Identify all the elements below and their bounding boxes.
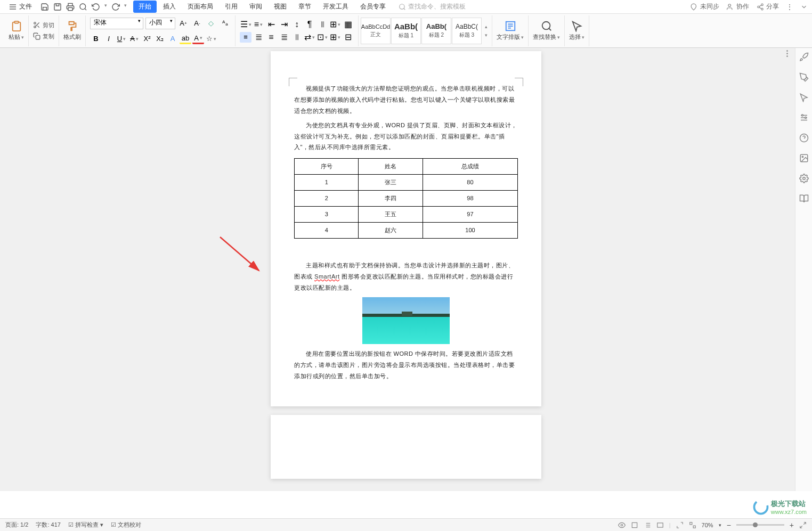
view-outline-icon[interactable] (644, 521, 651, 529)
fullscreen-icon[interactable] (799, 521, 807, 529)
indent-dec-button[interactable]: ⇤ (265, 19, 277, 30)
save-as-icon[interactable] (53, 3, 62, 11)
line-spacing-button[interactable]: ⫴ (316, 19, 328, 30)
section-button[interactable]: ⊟ (342, 32, 354, 43)
align-right-button[interactable]: ≡ (265, 32, 277, 43)
more-menu[interactable]: ⋮ (786, 3, 793, 11)
numbering-button[interactable]: ≡▾ (253, 19, 264, 30)
spellcheck-toggle[interactable]: ☑ 拼写检查 ▾ (68, 521, 103, 529)
style-normal[interactable]: AaBbCcDd正文 (361, 18, 391, 44)
tab-button[interactable]: ¶ (304, 19, 315, 30)
image-icon[interactable] (799, 153, 809, 163)
text-layout-button[interactable]: 文字排版▾ (497, 20, 524, 41)
bullets-button[interactable]: ☰▾ (240, 19, 251, 30)
style-scroll-up[interactable]: ▴ (485, 24, 488, 29)
share-button[interactable]: 分享 (757, 2, 779, 11)
page-1[interactable]: 视频提供了功能强大的方法帮助您证明您的观点。当您单击联机视频时，可以在想要添加的… (271, 51, 541, 406)
settings-icon[interactable] (799, 113, 809, 122)
fit-width-icon[interactable] (689, 521, 696, 529)
shading-button[interactable]: ☆▾ (205, 34, 217, 44)
text-effects-button[interactable]: A (167, 34, 178, 44)
copy-button[interactable]: 复制 (31, 32, 56, 41)
tab-review[interactable]: 审阅 (244, 1, 267, 13)
style-gallery[interactable]: AaBbCcDd正文 AaBb(标题 1 AaBb(标题 2 AaBbC(标题 … (361, 18, 490, 44)
view-print-icon[interactable] (631, 521, 638, 529)
distribute-button[interactable]: ⫴ (291, 32, 303, 43)
paragraph[interactable]: 视频提供了功能强大的方法帮助您证明您的观点。当您单击联机视频时，可以在想要添加的… (294, 83, 518, 117)
save-icon[interactable] (40, 3, 49, 11)
highlight-button[interactable]: ab (180, 34, 191, 44)
eye-icon[interactable] (618, 521, 626, 529)
table-btn[interactable]: ⊞▾ (329, 32, 341, 43)
collab-button[interactable]: 协作 (727, 2, 749, 11)
command-search[interactable]: 查找命令、搜索模板 (399, 2, 466, 11)
zoom-value[interactable]: 70% (702, 522, 713, 528)
cursor-icon[interactable] (799, 93, 809, 102)
page-2[interactable] (271, 415, 541, 479)
document-canvas[interactable]: 视频提供了功能强大的方法帮助您证明您的观点。当您单击联机视频时，可以在想要添加的… (0, 48, 812, 491)
proof-button[interactable]: ☑ 文档校对 (111, 521, 141, 529)
paragraph[interactable]: 为使您的文档具有专业外观，WORD 提供了页眉、页脚、封面和文本框设计，这些设计… (294, 120, 518, 153)
undo-icon[interactable] (92, 3, 100, 11)
font-name-select[interactable]: 宋体▾ (90, 18, 143, 29)
style-heading1[interactable]: AaBb(标题 1 (391, 18, 421, 44)
italic-button[interactable]: I (103, 34, 115, 44)
print-icon[interactable] (66, 3, 75, 11)
para-spacing-button[interactable]: ⊡▾ (316, 32, 328, 43)
cut-button[interactable]: 剪切 (31, 21, 56, 30)
redo-icon[interactable] (111, 3, 120, 11)
align-justify-button[interactable]: ≣ (278, 32, 290, 43)
grow-font-button[interactable]: A+ (177, 18, 189, 29)
fit-page-icon[interactable] (676, 521, 684, 529)
format-painter-button[interactable]: 格式刷 (63, 20, 81, 41)
tab-devtools[interactable]: 开发工具 (318, 1, 354, 13)
shading2-button[interactable]: ▦ (342, 19, 354, 30)
style-heading2[interactable]: AaBb(标题 2 (421, 18, 451, 44)
strikethrough-button[interactable]: A▾ (128, 34, 140, 44)
paragraph[interactable]: 主题和样式也有助于文档保持协调。当您单击设计并选择新的主题时，图片、图表或 Sm… (294, 260, 518, 293)
shrink-font-button[interactable]: A- (191, 18, 203, 29)
sync-status[interactable]: 未同步 (691, 2, 719, 11)
zoom-slider[interactable] (736, 524, 784, 526)
find-replace-button[interactable]: 查找替换▾ (533, 20, 560, 41)
collapse-ribbon-icon[interactable] (800, 3, 808, 11)
superscript-button[interactable]: X² (141, 34, 153, 44)
indent-inc-button[interactable]: ⇥ (278, 19, 290, 30)
zoom-out-button[interactable]: − (727, 521, 731, 529)
page-indicator[interactable]: 页面: 1/2 (5, 521, 28, 529)
tab-page-layout[interactable]: 页面布局 (182, 1, 218, 13)
book-icon[interactable] (799, 194, 809, 203)
select-button[interactable]: 选择▾ (569, 20, 584, 41)
gear-icon[interactable] (799, 174, 809, 183)
bold-button[interactable]: B (90, 34, 102, 44)
paste-button[interactable]: 粘贴▾ (9, 20, 24, 41)
tab-references[interactable]: 引用 (220, 1, 243, 13)
text-dir-button[interactable]: ⇄▾ (304, 32, 315, 43)
font-size-select[interactable]: 小四▾ (145, 18, 175, 29)
help-icon[interactable] (799, 133, 809, 143)
beach-image[interactable] (362, 297, 450, 344)
view-web-icon[interactable] (656, 521, 664, 529)
style-scroll-down[interactable]: ▾ (485, 32, 488, 38)
tab-view[interactable]: 视图 (269, 1, 292, 13)
paragraph[interactable]: 使用在需要位置出现的新按钮在 WORD 中保存时间。若要更改图片适应文档的方式，… (294, 348, 518, 382)
pen-icon[interactable] (799, 72, 809, 82)
tab-member[interactable]: 会员专享 (355, 1, 391, 13)
change-case-button[interactable]: ᴬₐ (219, 18, 231, 29)
clear-format-button[interactable]: ◇ (205, 18, 217, 29)
align-left-button[interactable]: ≡ (240, 32, 251, 43)
doc-table[interactable]: 序号姓名总成绩 1张三80 2李四98 3王五97 4赵六100 (294, 158, 518, 238)
subscript-button[interactable]: X₂ (154, 34, 166, 44)
sort-button[interactable]: ↕ (291, 19, 303, 30)
font-color-button[interactable]: A▾ (192, 34, 204, 44)
rocket-icon[interactable] (799, 52, 809, 62)
tab-start[interactable]: 开始 (133, 1, 157, 13)
word-count[interactable]: 字数: 417 (36, 521, 60, 529)
preview-icon[interactable] (79, 3, 87, 11)
file-menu[interactable]: 文件 (4, 1, 36, 13)
tab-insert[interactable]: 插入 (158, 1, 181, 13)
align-center-button[interactable]: ≣ (253, 32, 264, 43)
borders-button[interactable]: ⊞▾ (329, 19, 341, 30)
style-heading3[interactable]: AaBbC(标题 3 (452, 18, 482, 44)
tab-chapter[interactable]: 章节 (293, 1, 316, 13)
